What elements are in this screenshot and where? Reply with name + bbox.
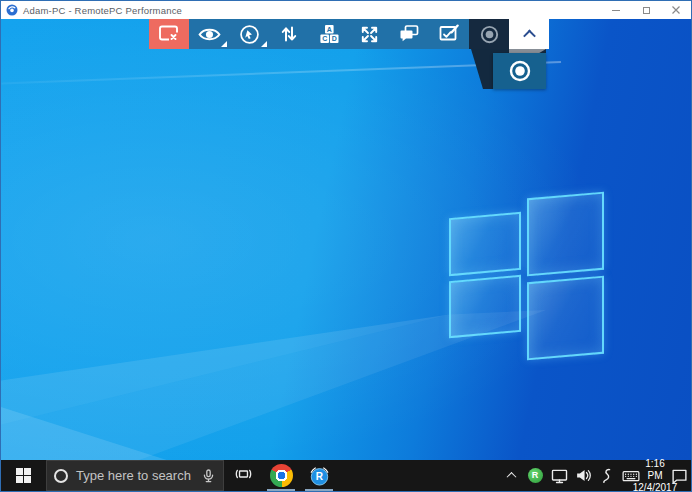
collapse-toolbar-button[interactable]	[509, 19, 549, 49]
chat-bubbles-icon	[397, 22, 421, 46]
restore-button[interactable]	[631, 1, 661, 19]
search-placeholder: Type here to search	[76, 468, 193, 483]
volume-button[interactable]	[571, 460, 595, 491]
record-icon	[478, 23, 501, 46]
svg-text:C: C	[322, 35, 327, 42]
remotepc-taskbar-button[interactable]: R	[300, 460, 338, 491]
network-icon	[551, 467, 568, 484]
system-tray: R	[499, 460, 691, 491]
action-center-button[interactable]	[667, 460, 691, 491]
windows-start-icon	[16, 468, 31, 483]
window-title: Adam-PC - RemotePC Performance	[23, 5, 182, 16]
windows-ink-button[interactable]	[595, 460, 619, 491]
search-input[interactable]: Type here to search	[46, 460, 224, 491]
remotepc-green-icon: R	[528, 468, 543, 483]
chevron-up-icon	[523, 29, 536, 42]
windows-logo-pane	[527, 192, 604, 277]
windows-logo-pane	[527, 276, 604, 361]
file-transfer-button[interactable]	[269, 19, 309, 49]
chevron-up-icon	[506, 472, 516, 482]
close-button[interactable]	[661, 1, 691, 19]
whiteboard-pen-icon	[437, 22, 461, 46]
expand-arrows-icon	[358, 23, 381, 46]
chrome-taskbar-button[interactable]	[262, 460, 300, 491]
svg-text:A: A	[327, 26, 332, 33]
windows-ink-icon	[599, 468, 615, 484]
windows-logo-pane	[449, 212, 521, 276]
transfer-arrows-icon	[277, 22, 301, 46]
eye-icon	[197, 22, 222, 47]
window-controls	[601, 1, 691, 19]
record-icon	[507, 58, 533, 84]
volume-icon	[575, 467, 592, 484]
cortana-ring-icon	[54, 469, 68, 483]
chat-button[interactable]	[389, 19, 429, 49]
remotepc-tray-button[interactable]: R	[523, 460, 547, 491]
remotepc-icon: R	[308, 464, 331, 487]
clock-time: 1:16 PM	[643, 458, 667, 482]
taskbar: Type here to search R	[1, 460, 691, 491]
performance-button[interactable]	[229, 19, 269, 49]
microphone-icon[interactable]	[201, 468, 216, 484]
minimize-button[interactable]	[601, 1, 631, 19]
start-button[interactable]	[1, 460, 46, 491]
close-icon	[671, 5, 681, 15]
running-indicator	[267, 489, 295, 491]
light-beam	[1, 19, 691, 460]
task-view-button[interactable]	[224, 460, 262, 491]
taskbar-clock[interactable]: 1:16 PM 12/4/2017	[643, 460, 667, 491]
record-dropdown-option[interactable]	[493, 53, 546, 89]
action-center-icon	[671, 467, 688, 484]
hidden-icons-button[interactable]	[499, 460, 523, 491]
network-button[interactable]	[547, 460, 571, 491]
task-view-icon	[234, 466, 253, 485]
svg-text:R: R	[315, 471, 323, 482]
light-beam	[1, 19, 691, 460]
record-button[interactable]	[469, 19, 509, 49]
running-indicator	[305, 489, 333, 491]
language-blocks-button[interactable]: A C D	[309, 19, 349, 49]
remotepc-window: Adam-PC - RemotePC Performance	[0, 0, 692, 492]
windows-logo-pane	[449, 274, 521, 338]
view-options-button[interactable]	[189, 19, 229, 49]
remotepc-logo-icon[interactable]	[6, 4, 18, 16]
chrome-icon	[270, 464, 293, 487]
light-beam	[1, 19, 691, 460]
title-bar: Adam-PC - RemotePC Performance	[1, 1, 691, 19]
disconnect-button[interactable]	[149, 19, 189, 49]
restore-icon	[643, 7, 650, 14]
abc-blocks-icon: A C D	[317, 22, 341, 46]
session-toolbar: A C D	[149, 19, 549, 49]
pointer-circle-icon	[238, 23, 261, 46]
monitor-close-icon	[157, 22, 181, 46]
remote-desktop-surface[interactable]: A C D	[1, 19, 691, 460]
minimize-icon	[612, 10, 620, 11]
whiteboard-button[interactable]	[429, 19, 469, 49]
fullscreen-button[interactable]	[349, 19, 389, 49]
svg-text:D: D	[332, 35, 337, 42]
